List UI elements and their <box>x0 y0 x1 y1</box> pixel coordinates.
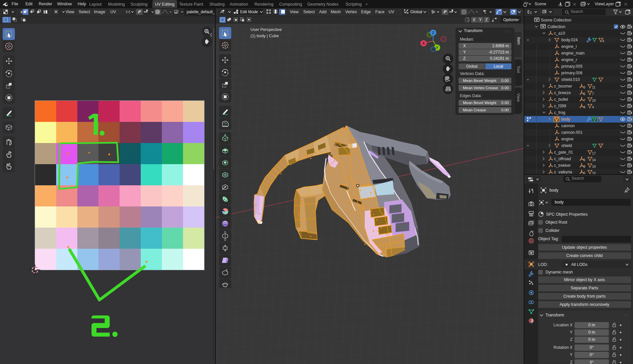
svg-text:X: X <box>423 42 425 45</box>
svg-text:Z: Z <box>432 31 434 35</box>
svg-text:Y: Y <box>436 46 438 50</box>
